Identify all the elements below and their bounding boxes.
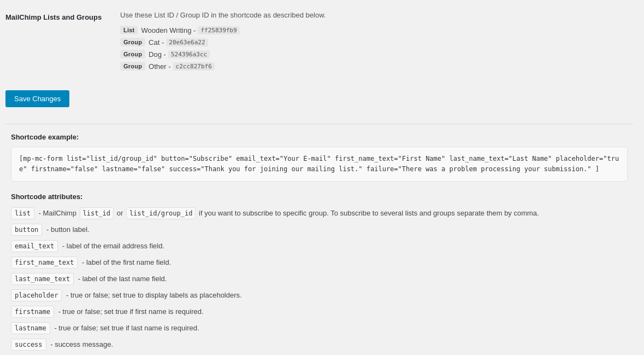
section-description: Use these List ID / Group ID in the shor…	[120, 11, 633, 19]
attr-code-list-id: list_id	[80, 207, 114, 219]
attr-desc-list-prefix: - MailChimp	[39, 209, 79, 217]
attr-desc-button: - button label.	[46, 225, 90, 234]
attr-row-button: button - button label.	[11, 224, 628, 236]
attr-row-placeholder: placeholder - true or false; set true to…	[11, 289, 628, 301]
attr-row-firstname: firstname - true or false; set true if f…	[11, 306, 628, 318]
list-row: List Wooden Writing - ff25839fb9	[120, 26, 633, 34]
attr-row-email-text: email_text - label of the email address …	[11, 240, 628, 252]
attr-desc-last-name-text: - label of the last name field.	[78, 275, 167, 283]
attr-desc-lastname: - true or false; set true if last name i…	[54, 324, 199, 332]
group-badge-dog: Group	[120, 50, 145, 59]
group-row-cat: Group Cat - 20e63e6a22	[120, 38, 633, 46]
attr-code-placeholder: placeholder	[11, 289, 62, 301]
group-id-other: c2cc827bf6	[173, 62, 215, 71]
attr-desc-list-suffix: if you want to subscribe to specific gro…	[199, 209, 539, 217]
attr-code-last-name-text: last_name_text	[11, 273, 74, 285]
shortcode-title: Shortcode example:	[11, 133, 628, 141]
attr-row-success: success - success message.	[11, 339, 628, 351]
group-name-cat: Cat -	[149, 38, 164, 46]
save-changes-button[interactable]: Save Changes	[5, 90, 69, 107]
group-name-dog: Dog -	[149, 50, 166, 59]
attr-code-lastname: lastname	[11, 322, 50, 334]
attr-code-button: button	[11, 224, 42, 236]
list-group-table: List Wooden Writing - ff25839fb9 Group C…	[120, 26, 633, 71]
group-id-dog: 524396a3cc	[168, 50, 210, 59]
attr-desc-list-or: or	[117, 209, 125, 217]
group-row-other: Group Other - c2cc827bf6	[120, 62, 633, 71]
attr-row-lastname: lastname - true or false; set true if la…	[11, 322, 628, 334]
attr-desc-success: - success message.	[50, 340, 113, 348]
attr-code-success: success	[11, 339, 46, 351]
group-badge-other: Group	[120, 62, 145, 71]
shortcode-code-block: [mp-mc-form list="list_id/group_id" butt…	[11, 147, 628, 182]
attr-desc-firstname: - true or false; set true if first name …	[58, 307, 204, 316]
section-label-mailchimp: MailChimp Lists and Groups	[5, 11, 120, 21]
attr-row-first-name-text: first_name_text - label of the first nam…	[11, 257, 628, 269]
divider	[5, 124, 633, 124]
group-id-cat: 20e63e6a22	[166, 38, 208, 46]
group-badge-cat: Group	[120, 38, 145, 46]
attr-code-email-text: email_text	[11, 240, 58, 252]
attr-code-firstname: firstname	[11, 306, 54, 318]
attr-desc-placeholder: - true or false; set true to display lab…	[66, 291, 242, 299]
group-row-dog: Group Dog - 524396a3cc	[120, 50, 633, 59]
attr-desc-email-text: - label of the email address field.	[62, 242, 164, 250]
attr-row-list: list - MailChimp list_id or list_id/grou…	[11, 207, 628, 219]
list-id: ff25839fb9	[198, 26, 239, 34]
list-name: Wooden Writing -	[141, 26, 196, 34]
attr-code-group-id: list_id/group_id	[126, 207, 196, 219]
list-badge: List	[120, 26, 138, 34]
attrs-title: Shortcode attributes:	[11, 193, 628, 201]
attr-code-list: list	[11, 207, 34, 219]
attr-row-last-name-text: last_name_text - label of the last name …	[11, 273, 628, 285]
shortcode-section: Shortcode example: [mp-mc-form list="lis…	[5, 133, 633, 355]
group-name-other: Other -	[149, 62, 170, 71]
attr-desc-first-name-text: - label of the first name field.	[82, 258, 171, 266]
attr-code-first-name-text: first_name_text	[11, 257, 78, 269]
